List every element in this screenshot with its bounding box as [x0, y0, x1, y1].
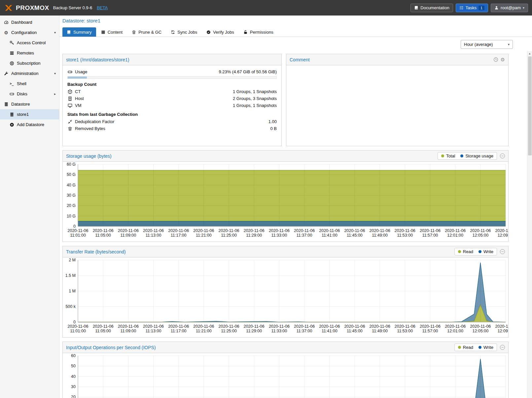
svg-text:2020-11-06: 2020-11-06 [395, 324, 415, 329]
sidebar-item-subscription[interactable]: Subscription [0, 58, 59, 68]
svg-text:2020-11-06: 2020-11-06 [445, 324, 466, 329]
cube-icon [67, 89, 73, 94]
legend-dot [458, 346, 461, 349]
legend-item-total[interactable]: Total [441, 153, 455, 158]
svg-text:12:09:00: 12:09:00 [498, 329, 508, 333]
svg-text:11:25:00: 11:25:00 [221, 329, 237, 333]
book-icon [67, 30, 71, 34]
sidebar-item-label: Shell [17, 81, 26, 86]
list-icon [9, 51, 15, 55]
tasks-label: Tasks [466, 5, 477, 10]
user-menu-button[interactable]: root@pam ▾ [491, 4, 528, 12]
sidebar-item-dashboard[interactable]: Dashboard [0, 17, 59, 27]
collapse-icon[interactable]: – [500, 249, 505, 254]
clock-icon[interactable] [493, 57, 498, 62]
tasks-button[interactable]: Tasks 1 [456, 4, 488, 12]
tab-prune-gc[interactable]: Prune & GC [127, 27, 166, 37]
scroll-up-icon[interactable]: ▲ [527, 51, 532, 56]
tab-label: Permissions [250, 30, 273, 35]
backup-count-heading: Backup Count [67, 82, 277, 87]
legend-item-read[interactable]: Read [458, 345, 473, 350]
svg-text:2020-11-06: 2020-11-06 [420, 324, 441, 329]
svg-text:2020-11-06: 2020-11-06 [67, 228, 88, 233]
tab-content[interactable]: Content [97, 27, 127, 37]
sidebar-item-label: store1 [17, 112, 29, 117]
svg-text:20 G: 20 G [67, 203, 76, 208]
sidebar-item-configuration[interactable]: ⚙ Configuration ▾ [0, 27, 59, 38]
sidebar-item-administration[interactable]: Administration ▾ [0, 68, 59, 79]
svg-text:60 G: 60 G [67, 162, 76, 167]
tasks-count-badge: 1 [479, 6, 484, 10]
backup-row-value: 1 Groups, 1 Snapshots [233, 103, 277, 108]
svg-text:11:21:00: 11:21:00 [196, 329, 212, 333]
vertical-scrollbar[interactable]: ▲ [527, 51, 532, 398]
svg-text:12:05:00: 12:05:00 [472, 233, 488, 238]
gc-row-removed: Removed Bytes 0 B [67, 125, 277, 132]
sidebar-item-access-control[interactable]: Access Control [0, 38, 59, 48]
comment-body[interactable] [286, 65, 508, 146]
svg-text:11:37:00: 11:37:00 [297, 233, 312, 238]
svg-text:40 G: 40 G [67, 183, 76, 187]
comment-panel-title: Comment [290, 57, 310, 62]
svg-text:1.5 M: 1.5 M [65, 273, 76, 278]
collapse-icon[interactable]: – [500, 153, 505, 158]
trash-icon [67, 126, 73, 131]
collapse-icon[interactable]: – [500, 345, 505, 350]
usage-value: 9.23% (4.67 GiB of 50.56 GiB) [219, 69, 277, 74]
chevron-right-icon[interactable]: ▸ [54, 92, 56, 96]
legend-item-storage-usage[interactable]: Storage usage [460, 153, 493, 158]
chart-legend: Read Write [454, 344, 497, 351]
key-icon [9, 41, 15, 45]
support-icon [9, 61, 15, 66]
tab-verify-jobs[interactable]: Verify Jobs [202, 27, 238, 37]
chevron-down-icon[interactable]: ▾ [54, 31, 56, 34]
legend-item-read[interactable]: Read [458, 249, 473, 254]
svg-text:11:53:00: 11:53:00 [397, 233, 413, 238]
svg-text:2020-11-06: 2020-11-06 [168, 228, 189, 233]
transfer-rate-chart: 0500 k1 M1.5 M2 M2020-11-0611:01:002020-… [63, 257, 508, 337]
user-label: root@pam [501, 5, 521, 10]
documentation-button[interactable]: Documentation [410, 4, 453, 12]
backup-row-label: VM [75, 103, 82, 108]
tab-permissions[interactable]: Permissions [239, 27, 278, 37]
plus-circle-icon [9, 122, 15, 127]
sidebar-item-shell[interactable]: >_ Shell [0, 79, 59, 89]
sidebar-item-add-datastore[interactable]: Add Datastore [0, 119, 59, 130]
sidebar-item-remotes[interactable]: Remotes [0, 48, 59, 58]
svg-text:2020-11-06: 2020-11-06 [219, 228, 239, 233]
sidebar-item-store1[interactable]: store1 [0, 109, 59, 119]
svg-text:50: 50 [71, 364, 76, 368]
sidebar-item-datastore[interactable]: Datastore [0, 99, 59, 109]
legend-item-write[interactable]: Write [479, 345, 493, 350]
tab-sync-jobs[interactable]: Sync Jobs [166, 27, 201, 37]
svg-text:2020-11-06: 2020-11-06 [118, 324, 139, 329]
sidebar-item-disks[interactable]: Disks ▸ [0, 89, 59, 99]
gc-row-value: 1.00 [268, 119, 277, 124]
legend-item-write[interactable]: Write [479, 249, 493, 254]
beta-link[interactable]: BETA [97, 5, 108, 10]
svg-text:2020-11-06: 2020-11-06 [344, 324, 365, 329]
terminal-icon: >_ [9, 82, 15, 85]
legend-label: Write [483, 249, 493, 254]
gc-row-label: Deduplication Factor [75, 119, 114, 124]
svg-text:2020-11-06: 2020-11-06 [93, 228, 114, 233]
svg-text:2020-11-06: 2020-11-06 [168, 324, 189, 329]
sidebar-item-label: Remotes [17, 50, 34, 55]
svg-text:11:17:00: 11:17:00 [171, 329, 187, 333]
svg-text:11:45:00: 11:45:00 [347, 233, 363, 238]
svg-text:0: 0 [73, 224, 76, 229]
scrollbar-thumb[interactable] [528, 56, 532, 155]
gc-stats-heading: Stats from last Garbage Collection [67, 112, 277, 117]
iops-panel: Input/Output Operations per Second (IOPS… [62, 342, 509, 398]
legend-label: Read [463, 249, 473, 254]
gear-icon[interactable]: ⚙ [501, 57, 505, 62]
chart-title: Transfer Rate (bytes/second) [66, 249, 126, 254]
app-header: PROXMOX Backup Server 0.9-6 BETA Documen… [0, 0, 532, 16]
gc-row-value: 0 B [270, 126, 277, 131]
chevron-down-icon[interactable]: ▾ [54, 72, 56, 75]
svg-text:2020-11-06: 2020-11-06 [118, 228, 139, 233]
svg-text:11:45:00: 11:45:00 [347, 329, 363, 333]
timeframe-select[interactable]: Hour (average) ▾ [461, 40, 513, 49]
tab-summary[interactable]: Summary [62, 27, 96, 37]
backup-row-label: Host [75, 96, 84, 101]
